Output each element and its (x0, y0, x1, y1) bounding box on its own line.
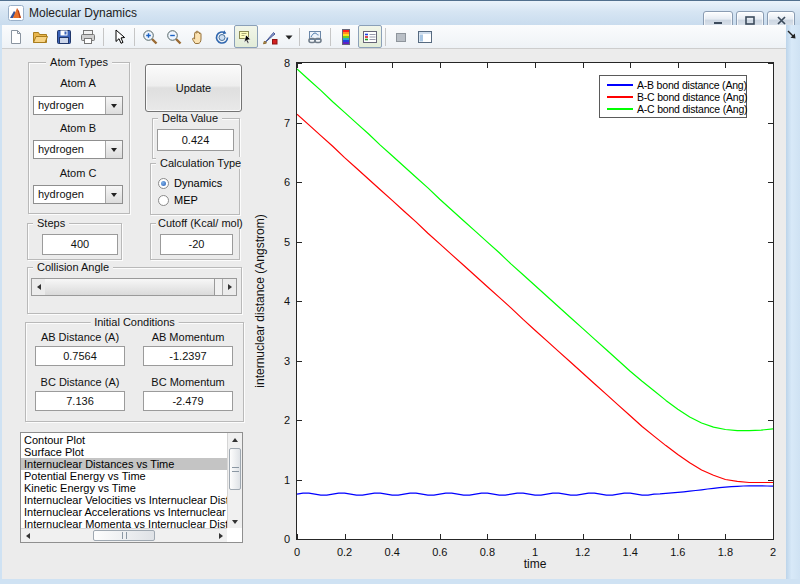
print-button[interactable] (76, 25, 100, 48)
arrow-left-icon (37, 284, 41, 290)
close-icon (777, 16, 786, 25)
axis-tick (773, 63, 774, 68)
axis-tick (768, 539, 773, 540)
collision-angle-slider[interactable] (31, 278, 237, 296)
legend-entry-label: B-C bond distance (Ang) (637, 91, 747, 103)
list-item[interactable]: Internuclear Velocities vs Internuclear … (21, 494, 227, 506)
x-tick-label: 0.6 (423, 546, 457, 558)
axis-tick (768, 123, 773, 124)
axis-tick (487, 534, 488, 539)
zoom-in-icon (142, 29, 158, 45)
scroll-left-button[interactable] (21, 529, 34, 542)
open-file-button[interactable] (28, 25, 52, 48)
link-plot-button[interactable] (303, 25, 327, 48)
brush-button[interactable] (258, 25, 282, 48)
zoom-out-button[interactable] (162, 25, 186, 48)
scroll-right-button[interactable] (214, 529, 227, 542)
x-tick-label: 0.8 (470, 546, 504, 558)
axis-tick (392, 63, 393, 68)
bc-distance-field[interactable]: 7.136 (35, 391, 125, 411)
list-item[interactable]: Internuclear Momenta vs Internuclear Dis… (21, 518, 227, 528)
axis-tick (487, 63, 488, 68)
scroll-up-button[interactable] (228, 433, 242, 446)
axis-tick (297, 539, 302, 540)
list-item[interactable]: Internuclear Accelerations vs Internucle… (21, 506, 227, 518)
vertical-scroll-thumb[interactable] (229, 448, 241, 490)
save-button[interactable] (52, 25, 76, 48)
ab-distance-label: AB Distance (A) (35, 331, 125, 343)
list-item[interactable]: Internuclear Distances vs Time (21, 458, 227, 470)
zoom-in-button[interactable] (138, 25, 162, 48)
pan-button[interactable] (186, 25, 210, 48)
x-tick-label: 0 (280, 546, 314, 558)
axis-tick (725, 63, 726, 68)
axis-tick (725, 534, 726, 539)
list-item[interactable]: Kinetic Energy vs Time (21, 482, 227, 494)
arrow-down-icon (232, 520, 238, 524)
slider-right-arrow[interactable] (222, 279, 236, 295)
chart-svg (297, 63, 773, 539)
x-tick-label: 2 (756, 546, 790, 558)
slider-left-arrow[interactable] (32, 279, 46, 295)
link-plot-icon (307, 29, 323, 45)
dock-figure-arrow-icon[interactable] (786, 29, 798, 41)
axis-tick (678, 63, 679, 68)
atom-b-dropdown[interactable]: hydrogen (33, 140, 123, 159)
arrow-left-icon (26, 533, 30, 539)
titlebar[interactable]: Molecular Dynamics (0, 0, 800, 25)
dynamics-radio[interactable]: Dynamics (158, 177, 222, 189)
edit-plot-button[interactable] (107, 25, 131, 48)
axis-tick (768, 420, 773, 421)
atom-a-dropdown-button[interactable] (105, 97, 122, 114)
hide-plot-tools-button[interactable] (389, 25, 413, 48)
bc-momentum-field[interactable]: -2.479 (143, 391, 233, 411)
x-tick-label: 0.2 (328, 546, 362, 558)
atom-c-dropdown-button[interactable] (105, 186, 122, 203)
axis-tick (678, 534, 679, 539)
show-plot-tools-button[interactable] (413, 25, 437, 48)
atom-a-dropdown[interactable]: hydrogen (33, 96, 123, 115)
axis-tick (297, 361, 302, 362)
chart-legend-entries: A-B bond distance (Ang)B-C bond distance… (600, 79, 746, 115)
vertical-scrollbar[interactable] (227, 433, 242, 528)
scroll-grip (122, 532, 127, 539)
data-cursor-button[interactable] (234, 25, 258, 48)
toolbar-separator (134, 28, 135, 46)
brush-dropdown-button[interactable] (282, 25, 296, 48)
plot-area[interactable] (296, 62, 774, 540)
x-tick-label: 0.4 (375, 546, 409, 558)
insert-legend-button[interactable] (358, 25, 382, 48)
toolbar-separator (299, 28, 300, 46)
horizontal-scrollbar[interactable] (21, 528, 227, 542)
list-item[interactable]: Contour Plot (21, 434, 227, 446)
axis-tick (768, 182, 773, 183)
insert-colorbar-button[interactable] (334, 25, 358, 48)
list-item[interactable]: Surface Plot (21, 446, 227, 458)
scroll-down-button[interactable] (228, 515, 242, 528)
ab-momentum-field[interactable]: -1.2397 (143, 346, 233, 366)
delta-value-field[interactable]: 0.424 (157, 129, 234, 151)
axis-tick (535, 534, 536, 539)
atom-c-dropdown[interactable]: hydrogen (33, 185, 123, 204)
rotate-3d-icon (214, 29, 230, 45)
series-line (297, 69, 773, 431)
axis-tick (583, 63, 584, 68)
legend-icon (362, 29, 378, 45)
update-button[interactable]: Update (145, 64, 242, 112)
steps-field[interactable]: 400 (42, 234, 118, 255)
horizontal-scroll-thumb[interactable] (93, 530, 155, 541)
series-line (297, 114, 773, 482)
new-file-button[interactable] (4, 25, 28, 48)
cutoff-field[interactable]: -20 (160, 234, 233, 255)
rotate-3d-button[interactable] (210, 25, 234, 48)
slider-thumb[interactable] (45, 279, 215, 295)
atom-c-value: hydrogen (38, 188, 84, 200)
axis-tick (583, 534, 584, 539)
plot-type-listbox[interactable]: Contour PlotSurface PlotInternuclear Dis… (20, 432, 243, 543)
mep-radio[interactable]: MEP (158, 194, 198, 206)
list-item[interactable]: Potential Energy vs Time (21, 470, 227, 482)
ab-distance-field[interactable]: 0.7564 (35, 346, 125, 366)
axis-tick (768, 301, 773, 302)
atom-b-dropdown-button[interactable] (105, 141, 122, 158)
chart-legend[interactable]: A-B bond distance (Ang)B-C bond distance… (599, 75, 747, 118)
